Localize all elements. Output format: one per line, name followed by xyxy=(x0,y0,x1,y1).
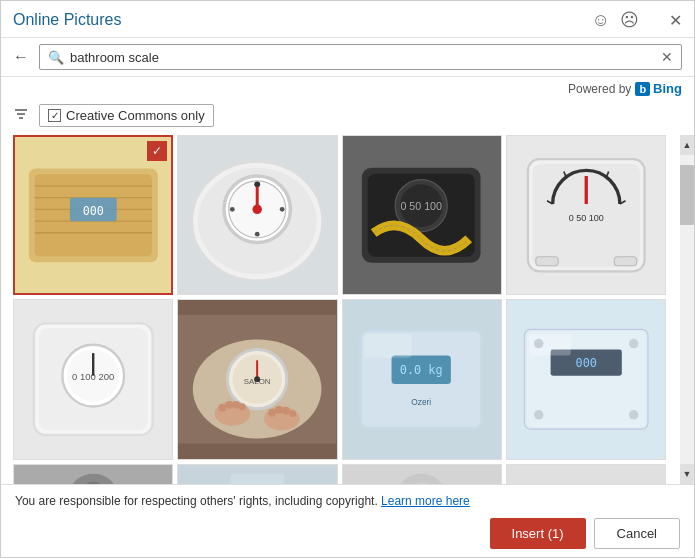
image-grid-container: 000 ✓ xyxy=(1,135,694,484)
svg-point-52 xyxy=(219,404,227,412)
image-item-4[interactable]: 0 50 100 xyxy=(506,135,666,295)
image-svg-4: 0 50 100 xyxy=(519,148,654,283)
selected-badge: ✓ xyxy=(147,141,167,161)
image-item-9[interactable] xyxy=(13,464,173,485)
svg-rect-36 xyxy=(614,257,636,266)
image-svg-3: 0 50 100 xyxy=(350,144,492,286)
image-item-7[interactable]: 0.0 kg Ozeri xyxy=(342,299,502,459)
bing-b-icon: b xyxy=(635,82,650,96)
title-bar: Online Pictures ☺ ☹ ✕ xyxy=(1,1,694,38)
svg-point-18 xyxy=(230,207,235,212)
svg-text:000: 000 xyxy=(83,204,104,218)
powered-by-row: Powered by b Bing xyxy=(1,77,694,100)
bottom-bar: You are responsible for respecting other… xyxy=(1,484,694,557)
dialog-title: Online Pictures xyxy=(13,11,122,29)
svg-rect-65 xyxy=(365,334,412,358)
bing-text: Bing xyxy=(653,81,682,96)
scroll-down-arrow[interactable]: ▼ xyxy=(680,464,694,484)
svg-rect-78 xyxy=(230,474,284,484)
svg-point-71 xyxy=(534,410,543,419)
image-item-2[interactable] xyxy=(177,135,337,295)
image-svg-7: 0.0 kg Ozeri xyxy=(350,308,492,450)
svg-point-17 xyxy=(255,232,260,237)
svg-point-59 xyxy=(290,411,297,418)
search-icon: 🔍 xyxy=(48,50,64,65)
image-svg-10: 0.0 xyxy=(194,470,321,484)
svg-point-19 xyxy=(280,207,285,212)
scroll-up-arrow[interactable]: ▲ xyxy=(680,135,694,155)
image-svg-11: 0 100 xyxy=(358,470,485,484)
image-svg-6: SALON xyxy=(178,300,336,458)
image-item-8[interactable]: 000 xyxy=(506,299,666,459)
image-svg-5: 0 100 200 xyxy=(22,308,164,450)
search-clear-icon[interactable]: ✕ xyxy=(661,49,673,65)
image-item-6[interactable]: SALON xyxy=(177,299,337,459)
svg-point-53 xyxy=(226,401,234,409)
svg-point-16 xyxy=(254,181,260,187)
svg-point-21 xyxy=(253,204,262,213)
svg-point-49 xyxy=(254,376,260,382)
cc-label: Creative Commons only xyxy=(66,108,205,123)
insert-button[interactable]: Insert (1) xyxy=(490,518,586,549)
copyright-warning: You are responsible for respecting other… xyxy=(15,493,680,510)
image-item-3[interactable]: 0 50 100 xyxy=(342,135,502,295)
svg-text:0  50  100: 0 50 100 xyxy=(568,213,603,223)
search-bar: ← 🔍 ✕ xyxy=(1,38,694,77)
filter-icon[interactable] xyxy=(13,107,29,124)
checkbox-box: ✓ xyxy=(48,109,61,122)
svg-point-55 xyxy=(239,404,246,411)
checkbox-check: ✓ xyxy=(51,110,59,121)
scroll-track xyxy=(680,155,694,464)
image-item-11[interactable]: 0 100 xyxy=(342,464,502,485)
image-item-5[interactable]: 0 100 200 xyxy=(13,299,173,459)
svg-text:0.0 kg: 0.0 kg xyxy=(400,364,443,378)
scrollbar[interactable]: ▲ ▼ xyxy=(680,135,694,484)
image-item-12[interactable] xyxy=(506,464,666,485)
svg-point-73 xyxy=(534,339,543,348)
svg-text:000: 000 xyxy=(575,356,596,370)
back-button[interactable]: ← xyxy=(13,48,29,66)
powered-by-label: Powered by xyxy=(568,82,631,96)
svg-rect-35 xyxy=(535,257,557,266)
svg-point-57 xyxy=(275,406,283,414)
svg-point-56 xyxy=(268,409,276,417)
svg-text:Ozeri: Ozeri xyxy=(412,397,432,407)
partial-row: 0.0 0 100 xyxy=(13,464,682,485)
creative-commons-checkbox[interactable]: ✓ Creative Commons only xyxy=(39,104,214,127)
svg-point-72 xyxy=(629,410,638,419)
image-item-1[interactable]: 000 ✓ xyxy=(13,135,173,295)
image-svg-9 xyxy=(30,470,157,484)
filter-row: ✓ Creative Commons only xyxy=(1,100,694,135)
image-grid: 000 ✓ xyxy=(13,135,682,460)
svg-point-58 xyxy=(282,407,290,415)
bottom-actions: Insert (1) Cancel xyxy=(15,518,680,549)
warning-text: You are responsible for respecting other… xyxy=(15,494,378,508)
svg-text:0 50 100: 0 50 100 xyxy=(401,200,443,212)
bing-logo: b Bing xyxy=(635,81,682,96)
image-svg-1: 000 xyxy=(23,145,164,286)
learn-more-link[interactable]: Learn more here xyxy=(381,494,470,508)
search-input-wrapper: 🔍 ✕ xyxy=(39,44,682,70)
image-svg-2 xyxy=(186,144,328,286)
smiley-icon[interactable]: ☺ xyxy=(592,10,610,31)
svg-point-74 xyxy=(629,339,638,348)
image-item-10[interactable]: 0.0 xyxy=(177,464,337,485)
title-icons: ☺ ☹ ✕ xyxy=(592,9,682,31)
sad-icon[interactable]: ☹ xyxy=(620,9,639,31)
image-svg-8: 000 xyxy=(515,308,657,450)
close-icon[interactable]: ✕ xyxy=(669,11,682,30)
cancel-button[interactable]: Cancel xyxy=(594,518,680,549)
search-input[interactable] xyxy=(70,50,661,65)
scroll-thumb[interactable] xyxy=(680,165,694,225)
